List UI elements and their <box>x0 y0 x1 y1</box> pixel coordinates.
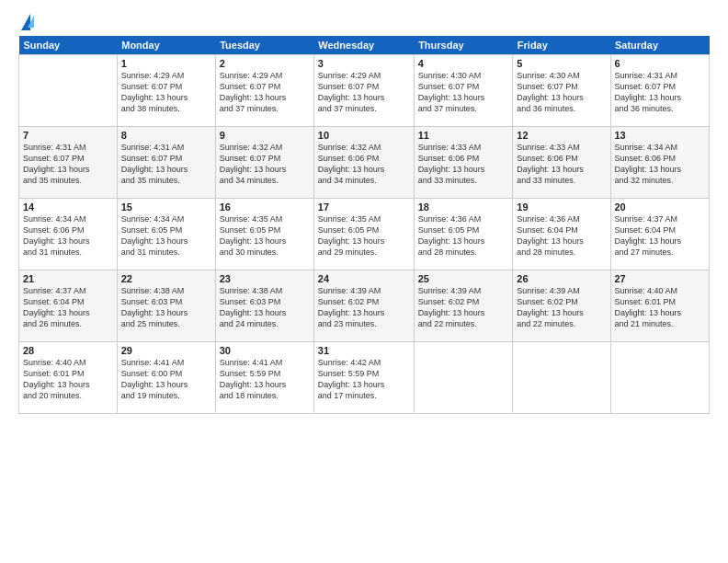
day-info: Sunrise: 4:29 AM Sunset: 6:07 PM Dayligh… <box>121 70 211 115</box>
day-cell: 21Sunrise: 4:37 AM Sunset: 6:04 PM Dayli… <box>19 270 118 342</box>
day-number: 7 <box>23 130 113 141</box>
day-cell <box>19 55 118 127</box>
day-number: 25 <box>418 273 509 284</box>
day-info: Sunrise: 4:31 AM Sunset: 6:07 PM Dayligh… <box>23 142 113 187</box>
day-cell: 1Sunrise: 4:29 AM Sunset: 6:07 PM Daylig… <box>117 55 215 127</box>
logo <box>18 14 34 29</box>
day-number: 9 <box>220 130 310 141</box>
day-cell: 15Sunrise: 4:34 AM Sunset: 6:05 PM Dayli… <box>117 199 215 270</box>
day-cell: 5Sunrise: 4:30 AM Sunset: 6:07 PM Daylig… <box>513 55 610 127</box>
day-number: 23 <box>220 273 310 284</box>
day-number: 12 <box>517 130 606 141</box>
day-info: Sunrise: 4:39 AM Sunset: 6:02 PM Dayligh… <box>517 285 606 330</box>
day-info: Sunrise: 4:30 AM Sunset: 6:07 PM Dayligh… <box>418 70 509 115</box>
week-row-3: 14Sunrise: 4:34 AM Sunset: 6:06 PM Dayli… <box>19 199 710 270</box>
day-cell: 27Sunrise: 4:40 AM Sunset: 6:01 PM Dayli… <box>610 270 710 342</box>
day-cell: 26Sunrise: 4:39 AM Sunset: 6:02 PM Dayli… <box>513 270 610 342</box>
day-info: Sunrise: 4:36 AM Sunset: 6:05 PM Dayligh… <box>418 213 509 259</box>
week-row-5: 28Sunrise: 4:40 AM Sunset: 6:01 PM Dayli… <box>19 342 710 414</box>
day-info: Sunrise: 4:42 AM Sunset: 5:59 PM Dayligh… <box>318 357 410 402</box>
day-cell: 19Sunrise: 4:36 AM Sunset: 6:04 PM Dayli… <box>513 199 610 270</box>
weekday-monday: Monday <box>117 36 215 55</box>
day-info: Sunrise: 4:35 AM Sunset: 6:05 PM Dayligh… <box>220 213 310 259</box>
day-cell: 25Sunrise: 4:39 AM Sunset: 6:02 PM Dayli… <box>414 270 513 342</box>
day-info: Sunrise: 4:33 AM Sunset: 6:06 PM Dayligh… <box>418 142 509 187</box>
day-info: Sunrise: 4:38 AM Sunset: 6:03 PM Dayligh… <box>220 285 310 330</box>
weekday-sunday: Sunday <box>19 36 118 55</box>
day-number: 3 <box>318 58 410 69</box>
day-number: 27 <box>615 273 706 284</box>
day-cell: 20Sunrise: 4:37 AM Sunset: 6:04 PM Dayli… <box>610 199 710 270</box>
day-number: 5 <box>517 58 606 69</box>
day-number: 8 <box>121 130 211 141</box>
weekday-thursday: Thursday <box>414 36 513 55</box>
day-cell: 4Sunrise: 4:30 AM Sunset: 6:07 PM Daylig… <box>414 55 513 127</box>
day-cell: 24Sunrise: 4:39 AM Sunset: 6:02 PM Dayli… <box>313 270 414 342</box>
day-info: Sunrise: 4:37 AM Sunset: 6:04 PM Dayligh… <box>23 285 113 330</box>
day-number: 11 <box>418 130 509 141</box>
weekday-header-row: SundayMondayTuesdayWednesdayThursdayFrid… <box>19 36 710 55</box>
logo-icon-light <box>28 16 34 28</box>
day-cell: 10Sunrise: 4:32 AM Sunset: 6:06 PM Dayli… <box>313 127 414 199</box>
day-number: 17 <box>318 201 410 213</box>
day-info: Sunrise: 4:35 AM Sunset: 6:05 PM Dayligh… <box>318 213 410 259</box>
day-number: 30 <box>220 345 310 356</box>
day-cell: 22Sunrise: 4:38 AM Sunset: 6:03 PM Dayli… <box>117 270 215 342</box>
day-cell: 12Sunrise: 4:33 AM Sunset: 6:06 PM Dayli… <box>513 127 610 199</box>
day-cell: 17Sunrise: 4:35 AM Sunset: 6:05 PM Dayli… <box>313 199 414 270</box>
day-number: 18 <box>418 201 509 213</box>
day-info: Sunrise: 4:38 AM Sunset: 6:03 PM Dayligh… <box>121 285 211 330</box>
day-cell: 9Sunrise: 4:32 AM Sunset: 6:07 PM Daylig… <box>215 127 313 199</box>
calendar-table: SundayMondayTuesdayWednesdayThursdayFrid… <box>18 36 710 414</box>
day-info: Sunrise: 4:34 AM Sunset: 6:05 PM Dayligh… <box>121 213 211 259</box>
page-header <box>18 14 710 29</box>
day-info: Sunrise: 4:31 AM Sunset: 6:07 PM Dayligh… <box>615 70 706 115</box>
day-cell: 13Sunrise: 4:34 AM Sunset: 6:06 PM Dayli… <box>610 127 710 199</box>
day-number: 4 <box>418 58 509 69</box>
day-cell: 31Sunrise: 4:42 AM Sunset: 5:59 PM Dayli… <box>313 342 414 414</box>
week-row-4: 21Sunrise: 4:37 AM Sunset: 6:04 PM Dayli… <box>19 270 710 342</box>
day-number: 22 <box>121 273 211 284</box>
day-info: Sunrise: 4:39 AM Sunset: 6:02 PM Dayligh… <box>418 285 509 330</box>
day-number: 26 <box>517 273 606 284</box>
day-info: Sunrise: 4:33 AM Sunset: 6:06 PM Dayligh… <box>517 142 606 187</box>
day-info: Sunrise: 4:36 AM Sunset: 6:04 PM Dayligh… <box>517 213 606 259</box>
day-info: Sunrise: 4:29 AM Sunset: 6:07 PM Dayligh… <box>220 70 310 115</box>
day-info: Sunrise: 4:40 AM Sunset: 6:01 PM Dayligh… <box>615 285 706 330</box>
day-cell: 28Sunrise: 4:40 AM Sunset: 6:01 PM Dayli… <box>19 342 118 414</box>
day-cell <box>414 342 513 414</box>
day-number: 15 <box>121 201 211 213</box>
day-cell: 3Sunrise: 4:29 AM Sunset: 6:07 PM Daylig… <box>313 55 414 127</box>
day-number: 6 <box>615 58 706 69</box>
day-cell: 14Sunrise: 4:34 AM Sunset: 6:06 PM Dayli… <box>19 199 118 270</box>
week-row-1: 1Sunrise: 4:29 AM Sunset: 6:07 PM Daylig… <box>19 55 710 127</box>
day-number: 31 <box>318 345 410 356</box>
day-cell: 23Sunrise: 4:38 AM Sunset: 6:03 PM Dayli… <box>215 270 313 342</box>
day-number: 14 <box>23 201 113 213</box>
weekday-wednesday: Wednesday <box>313 36 414 55</box>
day-cell <box>513 342 610 414</box>
day-number: 21 <box>23 273 113 284</box>
day-cell: 11Sunrise: 4:33 AM Sunset: 6:06 PM Dayli… <box>414 127 513 199</box>
day-cell: 7Sunrise: 4:31 AM Sunset: 6:07 PM Daylig… <box>19 127 118 199</box>
day-info: Sunrise: 4:39 AM Sunset: 6:02 PM Dayligh… <box>318 285 410 330</box>
day-number: 2 <box>220 58 310 69</box>
day-number: 16 <box>220 201 310 213</box>
day-info: Sunrise: 4:40 AM Sunset: 6:01 PM Dayligh… <box>23 357 113 402</box>
day-cell: 29Sunrise: 4:41 AM Sunset: 6:00 PM Dayli… <box>117 342 215 414</box>
day-info: Sunrise: 4:41 AM Sunset: 5:59 PM Dayligh… <box>220 357 310 402</box>
day-cell: 8Sunrise: 4:31 AM Sunset: 6:07 PM Daylig… <box>117 127 215 199</box>
day-number: 13 <box>615 130 706 141</box>
day-info: Sunrise: 4:34 AM Sunset: 6:06 PM Dayligh… <box>615 142 706 187</box>
day-number: 10 <box>318 130 410 141</box>
weekday-tuesday: Tuesday <box>215 36 313 55</box>
day-number: 1 <box>121 58 211 69</box>
day-info: Sunrise: 4:41 AM Sunset: 6:00 PM Dayligh… <box>121 357 211 402</box>
day-info: Sunrise: 4:34 AM Sunset: 6:06 PM Dayligh… <box>23 213 113 259</box>
day-info: Sunrise: 4:32 AM Sunset: 6:07 PM Dayligh… <box>220 142 310 187</box>
day-info: Sunrise: 4:29 AM Sunset: 6:07 PM Dayligh… <box>318 70 410 115</box>
day-cell: 18Sunrise: 4:36 AM Sunset: 6:05 PM Dayli… <box>414 199 513 270</box>
day-cell: 6Sunrise: 4:31 AM Sunset: 6:07 PM Daylig… <box>610 55 710 127</box>
day-number: 24 <box>318 273 410 284</box>
day-info: Sunrise: 4:30 AM Sunset: 6:07 PM Dayligh… <box>517 70 606 115</box>
